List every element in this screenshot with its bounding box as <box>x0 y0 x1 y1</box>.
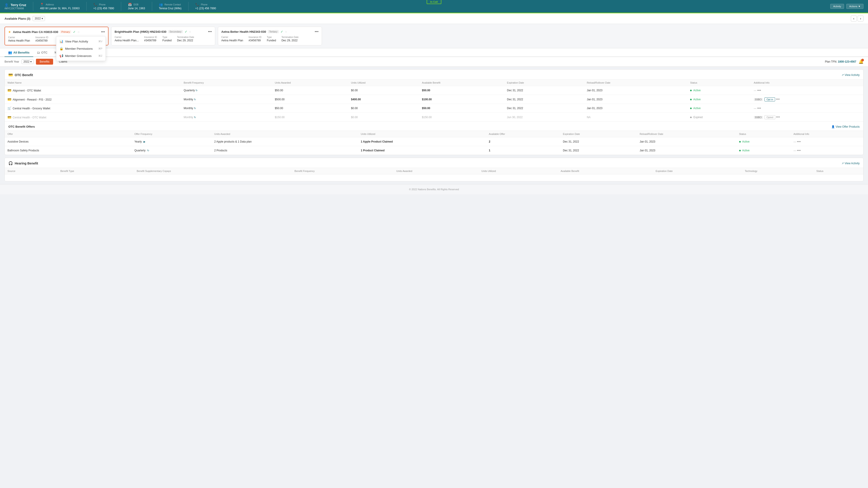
otc-wallet-name-0: 💳Alignment - OTC Wallet <box>5 86 181 95</box>
plan-tfn-label: Plan TFN: <box>825 60 837 63</box>
status-dot-1 <box>690 99 692 100</box>
ssbci-badge-3: SSBCI <box>754 116 763 119</box>
dropdown-item-member-permissions[interactable]: 🔒 Member Permissions ⌘P <box>56 45 105 52</box>
term-date-value-secondary: Dec 29, 2022 <box>177 39 194 42</box>
dropdown-menu: 📊 View Plan Activity ⌘V 🔒 Member Permiss… <box>56 36 106 61</box>
th-units-utilized: Units Utilized <box>348 79 419 86</box>
divider-2 <box>86 2 87 11</box>
opted-button-3[interactable]: Opted <box>765 115 775 119</box>
bell-button[interactable]: 🔔 <box>859 59 864 64</box>
type-label-secondary: Type <box>162 36 172 38</box>
dob-info: 📅 DOB June 14, 1963 <box>128 3 145 10</box>
tab-otc[interactable]: 🗂 OTC <box>33 48 51 57</box>
insurance-id-label-secondary: Insurance ID <box>144 36 157 38</box>
dash-0: — <box>754 89 756 92</box>
otc-reload-rollover-date-2: Jan 01, 2023 <box>584 104 687 113</box>
benefit-year-select[interactable]: 2022 ▾ <box>22 59 34 64</box>
phone-icon: 📞 <box>93 3 97 6</box>
th-hearing-source: Source <box>5 168 58 174</box>
otc-wallet-name-2: 🛒Central Health - Grocery Wallet <box>5 104 181 113</box>
offer-row-actions-button-0[interactable]: ••• <box>797 140 801 144</box>
status-text-1: Active <box>693 98 701 101</box>
plan-card-tertiary: Aetna Better Health HN2343-030 Tertiary … <box>218 27 322 45</box>
otc-units-awarded-1: $500.00 <box>272 95 348 104</box>
otc-benefit-row: 💳Alignment - Reward - FIS - 2022 Monthly… <box>5 95 863 104</box>
wallet-icon-0: 💳 <box>7 89 11 92</box>
wallet-icon-3: 💳 <box>7 116 11 119</box>
remote-phone-icon: 📞 <box>195 3 199 6</box>
otc-units-utilized-1: $400.00 <box>348 95 419 104</box>
member-grievances-icon: 📢 <box>59 54 63 58</box>
status-text-0: Active <box>693 89 701 92</box>
more-button-secondary[interactable]: ••• <box>208 30 212 34</box>
th-offer-units-awarded: Units Awarded <box>212 131 358 137</box>
tab-all-benefits[interactable]: 👥 All Benefits <box>4 48 33 57</box>
th-status: Status <box>687 79 751 86</box>
otc-benefit-frequency-1: Monthly ↻ <box>181 95 272 104</box>
row-actions-button-1[interactable]: ••• <box>776 97 780 101</box>
th-offer-expiration: Expiration Date <box>560 131 637 137</box>
offer-expiration-date-1: Dec 31, 2022 <box>560 146 637 155</box>
otc-benefit-frequency-0: Quarterly ↻ <box>181 86 272 95</box>
more-button-primary[interactable]: ••• <box>101 30 105 34</box>
wallet-icon-1: 💳 <box>7 98 11 101</box>
member-permissions-shortcut: ⌘P <box>98 47 102 50</box>
view-plan-activity-icon: 📊 <box>59 39 63 43</box>
th-hearing-units-awarded: Units Awarded <box>394 168 479 174</box>
offer-dash-1: — <box>794 149 796 152</box>
plan-badge-primary: Primary <box>60 30 71 33</box>
th-units-awarded: Units Awarded <box>272 79 348 86</box>
offer-frequency-0: Yearly ▶ <box>131 137 211 146</box>
status-dot-3 <box>690 117 692 118</box>
dob-label: DOB <box>133 3 138 6</box>
circle-icon-tertiary: ○ <box>285 30 287 33</box>
th-offer-frequency: Offer Frequency <box>131 131 211 137</box>
status-dot-2 <box>690 107 692 109</box>
activity-button[interactable]: Activity <box>830 4 844 9</box>
carrier-value-secondary: Aetna Health Plan... <box>115 39 139 42</box>
divider-3 <box>121 2 121 11</box>
tab-all-benefits-label: All Benefits <box>13 51 30 54</box>
more-button-tertiary[interactable]: ••• <box>315 30 318 34</box>
benefit-tab-benefits-label: Benefits <box>39 60 49 63</box>
opt-in-button-1[interactable]: Opt in <box>765 97 775 101</box>
row-actions-button-0[interactable]: ••• <box>757 88 761 92</box>
dropdown-item-member-grievances[interactable]: 📢 Member Grievances ⌘Z <box>56 52 105 59</box>
offer-dash-0: — <box>794 140 796 143</box>
row-actions-button-3[interactable]: ••• <box>776 115 780 119</box>
remote-phone-label: Phone <box>201 3 208 6</box>
address-value: 460 W Lander St, MIA, FL 33063 <box>40 7 80 10</box>
year-chevron-icon: ▾ <box>41 17 43 20</box>
otc-status-2: Active <box>687 104 751 113</box>
phone-info: 📞 Phone +1 (23) 456 7890 <box>93 3 114 10</box>
otc-view-activity-label: View Activity <box>845 73 860 76</box>
member-grievances-shortcut: ⌘Z <box>98 55 102 57</box>
top-bar: In Call 👤 Terry Cruz #MYC23CT789898 📍 Ad… <box>0 0 868 13</box>
hearing-view-activity-label: View Activity <box>845 162 860 165</box>
view-plan-activity-shortcut: ⌘V <box>98 40 102 43</box>
plans-next-button[interactable]: › <box>858 15 864 22</box>
benefit-tab-benefits[interactable]: Benefits <box>36 59 53 65</box>
benefit-year-chevron-icon: ▾ <box>30 60 32 63</box>
plan-name-secondary: BrightHealth Plan (HMO) HN2343-030 <box>115 30 166 33</box>
plans-prev-button[interactable]: ‹ <box>851 15 857 22</box>
otc-status-0: Active <box>687 86 751 95</box>
otc-offers-header: OTC Benefit Offers 👤 View Offer Products <box>5 122 863 131</box>
otc-view-activity-link[interactable]: ↗ View Activity <box>842 73 860 76</box>
offer-additional-info-0: — ••• <box>791 137 863 146</box>
year-select[interactable]: 2022 ▾ <box>33 16 45 21</box>
offer-row-actions-button-1[interactable]: ••• <box>797 149 801 153</box>
actions-button[interactable]: Actions ▼ <box>846 4 864 9</box>
otc-wallet-name-1: 💳Alignment - Reward - FIS - 2022 <box>5 95 181 104</box>
benefit-year-label: Benefit Year <box>4 60 19 63</box>
plans-header: Available Plans (3) 2022 ▾ ‹ › <box>0 13 868 24</box>
offer-additional-info-1: — ••• <box>791 146 863 155</box>
carrier-value-primary: Aetna Health Plan <box>8 39 30 42</box>
row-actions-button-2[interactable]: ••• <box>757 106 761 110</box>
hearing-view-activity-link[interactable]: ↗ View Activity <box>842 162 860 165</box>
view-offers-icon: 👤 <box>831 125 835 128</box>
carrier-label-tertiary: Carrier <box>221 36 243 38</box>
dropdown-item-view-plan-activity[interactable]: 📊 View Plan Activity ⌘V <box>56 38 105 45</box>
offer-status-0: Active <box>737 137 791 146</box>
view-offer-products-link[interactable]: 👤 View Offer Products <box>831 125 860 128</box>
